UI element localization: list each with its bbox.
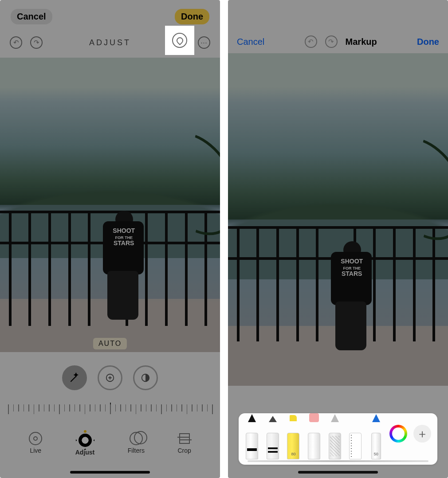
undo-icon[interactable]: ↶ [10, 36, 22, 49]
tab-label: Filters [128, 447, 145, 454]
contrast-icon[interactable] [133, 365, 158, 390]
tool-value: 80 [287, 452, 299, 456]
markup-title: Markup [346, 37, 377, 47]
markup-tool-palette: 80 50 ＋ [239, 413, 437, 465]
tab-label: Adjust [75, 449, 95, 456]
home-indicator[interactable] [70, 471, 150, 474]
filters-icon [130, 432, 143, 445]
tab-label: Live [30, 447, 41, 454]
markup-button-highlight [165, 26, 194, 55]
undo-icon[interactable]: ↶ [305, 35, 317, 48]
adjust-dial-icon [79, 434, 92, 447]
done-button[interactable]: Done [175, 9, 209, 24]
photo-subject: SHOOT FOR THE STARS [325, 231, 378, 359]
ruler-tool-icon[interactable] [348, 421, 363, 459]
pen-tool-icon[interactable] [245, 421, 259, 459]
lasso-tool-icon[interactable] [327, 421, 342, 459]
tool-value: 50 [372, 452, 381, 456]
magic-wand-icon[interactable] [62, 365, 87, 390]
done-button[interactable]: Done [417, 37, 439, 47]
cancel-button[interactable]: Cancel [11, 9, 52, 24]
color-well[interactable] [389, 425, 407, 443]
markup-pen-icon[interactable] [172, 33, 187, 48]
exposure-icon[interactable] [98, 365, 122, 390]
highlighter-tool-icon[interactable]: 80 [286, 421, 301, 459]
markup-topbar: Cancel ↶ ↷ Markup Done [228, 31, 448, 52]
edit-topbar: Cancel Done [0, 5, 220, 27]
pencil-tool-icon[interactable]: 50 [369, 421, 383, 459]
redo-icon[interactable]: ↷ [30, 36, 43, 49]
cancel-button[interactable]: Cancel [237, 37, 264, 47]
eraser-tool-icon[interactable] [307, 421, 322, 459]
auto-enhance-chip[interactable]: AUTO [93, 338, 127, 349]
live-icon [29, 432, 42, 445]
edit-tabbar: Live Adjust Filters Crop [0, 426, 220, 460]
tab-filters[interactable]: Filters [128, 432, 145, 454]
screenshot-edit-adjust: Cancel Done ↶ ↷ ADJUST ⋯ [0, 0, 220, 478]
photo-subject: SHOOT FOR THE STARS [97, 200, 150, 329]
photo-canvas[interactable]: SHOOT FOR THE STARS AUTO [0, 58, 220, 352]
tab-label: Crop [177, 447, 191, 454]
redo-icon[interactable]: ↷ [325, 35, 338, 48]
edit-mode-title: ADJUST [89, 38, 131, 47]
marker-tool-icon[interactable] [266, 421, 280, 459]
adjust-slider[interactable] [8, 400, 212, 418]
tab-crop[interactable]: Crop [177, 432, 191, 454]
adjust-tool-row [0, 361, 220, 395]
tab-adjust[interactable]: Adjust [75, 430, 95, 456]
photo-canvas[interactable]: SHOOT FOR THE STARS [228, 53, 448, 386]
home-indicator[interactable] [298, 471, 378, 474]
plus-icon[interactable]: ＋ [413, 425, 431, 443]
tab-live[interactable]: Live [29, 432, 42, 454]
crop-icon [179, 433, 190, 444]
screenshot-markup: Cancel ↶ ↷ Markup Done SHOOT FOR THE STA… [228, 0, 448, 478]
ellipsis-circle-icon[interactable]: ⋯ [198, 36, 210, 49]
